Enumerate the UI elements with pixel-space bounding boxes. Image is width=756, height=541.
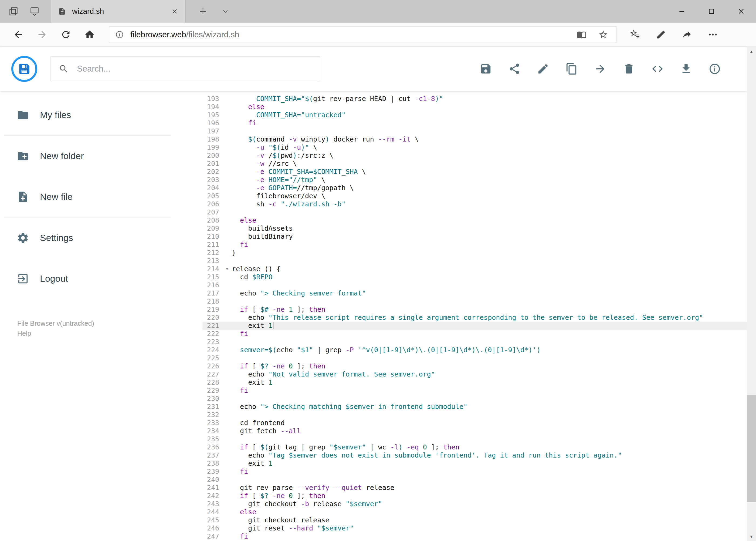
home-icon[interactable]: [84, 29, 95, 40]
code-line[interactable]: 217 echo "> Checking semver format": [202, 289, 747, 297]
code-line[interactable]: 216: [202, 281, 747, 289]
code-line[interactable]: 234 git fetch --all: [202, 427, 747, 435]
code-line[interactable]: 208 else: [202, 216, 747, 225]
code-line[interactable]: 201 -w //src \: [202, 160, 747, 168]
sidebar-item-logout[interactable]: Logout: [0, 258, 175, 299]
code-line[interactable]: 207: [202, 208, 747, 216]
code-line[interactable]: 215 cd $REPO: [202, 273, 747, 281]
minimize-button[interactable]: [667, 0, 697, 23]
info-button[interactable]: [708, 63, 721, 75]
code-line[interactable]: 209 buildAssets: [202, 225, 747, 233]
code-line[interactable]: 194 else: [202, 103, 747, 111]
vertical-scrollbar[interactable]: ▲ ▼: [747, 47, 756, 541]
url-text[interactable]: filebrowser.web/files/wizard.sh: [130, 30, 570, 39]
code-line[interactable]: 229 fi: [202, 386, 747, 395]
code-line[interactable]: 241 git rev-parse --verify --quiet relea…: [202, 484, 747, 492]
favorite-star-icon[interactable]: [599, 30, 608, 39]
code-line[interactable]: 195 COMMIT_SHA="untracked": [202, 111, 747, 119]
code-line[interactable]: 237 echo "Tag $semver does not exist in …: [202, 451, 747, 459]
scroll-up-icon[interactable]: ▲: [747, 47, 756, 56]
code-line[interactable]: 240: [202, 476, 747, 484]
close-button[interactable]: [726, 0, 756, 23]
code-line[interactable]: 204 -e GOPATH=//tmp/gopath \: [202, 184, 747, 192]
code-line[interactable]: 228 exit 1: [202, 378, 747, 386]
copy-button[interactable]: [566, 63, 578, 75]
search-input[interactable]: [77, 64, 312, 74]
code-line[interactable]: 214▾release () {: [202, 265, 747, 273]
code-line[interactable]: 220 echo "This release script requires a…: [202, 313, 747, 322]
filebrowser-logo[interactable]: [11, 56, 37, 82]
code-line[interactable]: 193 COMMIT_SHA="$(git rev-parse HEAD | c…: [202, 95, 747, 103]
save-button[interactable]: [480, 63, 492, 75]
sidebar-item-new-folder[interactable]: New folder: [0, 136, 175, 176]
code-line[interactable]: 211 fi: [202, 241, 747, 249]
code-line[interactable]: 236 if [ $(git tag | grep "$semver" | wc…: [202, 443, 747, 451]
code-line[interactable]: 243 git checkout -b release "$semver": [202, 500, 747, 508]
help-link[interactable]: Help: [17, 328, 175, 338]
new-tab-button[interactable]: [199, 7, 207, 16]
code-line[interactable]: 196 fi: [202, 119, 747, 127]
tabs-aside-icon[interactable]: [9, 6, 18, 16]
url-field[interactable]: filebrowser.web/files/wizard.sh: [109, 26, 617, 43]
code-line[interactable]: 212}: [202, 249, 747, 257]
reading-view-icon[interactable]: [577, 30, 587, 39]
web-note-icon[interactable]: [656, 29, 666, 40]
code-line[interactable]: 218: [202, 297, 747, 305]
code-area[interactable]: 193 COMMIT_SHA="$(git rev-parse HEAD | c…: [202, 91, 747, 540]
scrollbar-thumb[interactable]: [747, 395, 756, 502]
code-line[interactable]: 222 fi: [202, 330, 747, 338]
site-info-icon[interactable]: [115, 30, 124, 39]
hub-icon[interactable]: [630, 29, 640, 40]
forward-icon[interactable]: [37, 29, 48, 40]
code-line[interactable]: 225: [202, 354, 747, 362]
code-line[interactable]: 232: [202, 411, 747, 419]
maximize-button[interactable]: [697, 0, 726, 23]
code-line[interactable]: 198 $(command -v winpty) docker run --rm…: [202, 135, 747, 144]
code-line[interactable]: 203 -e HOME="//tmp" \: [202, 176, 747, 184]
refresh-icon[interactable]: [61, 29, 71, 40]
code-line[interactable]: 242 if [ $? -ne 0 ]; then: [202, 492, 747, 500]
code-line[interactable]: 235: [202, 435, 747, 443]
sidebar-item-settings[interactable]: Settings: [0, 218, 175, 258]
code-line[interactable]: 213: [202, 257, 747, 265]
more-icon[interactable]: [708, 29, 718, 40]
tab-list-chevron-icon[interactable]: [221, 7, 229, 15]
browser-tab[interactable]: wizard.sh: [51, 0, 186, 23]
rename-button[interactable]: [537, 63, 549, 75]
tab-close-icon[interactable]: [171, 8, 178, 15]
code-line[interactable]: 227 echo "Not valid semver format. See s…: [202, 370, 747, 378]
scroll-down-icon[interactable]: ▼: [747, 532, 756, 541]
back-icon[interactable]: [13, 29, 24, 40]
sidebar-item-new-file[interactable]: New file: [0, 176, 175, 217]
code-line[interactable]: 223: [202, 338, 747, 346]
tab-preview-icon[interactable]: [30, 6, 39, 16]
code-line[interactable]: 197: [202, 127, 747, 135]
code-line[interactable]: 246 git reset --hard "$semver": [202, 524, 747, 532]
code-line[interactable]: 200 -v /$(pwd):/src:z \: [202, 152, 747, 160]
code-line[interactable]: 230: [202, 395, 747, 403]
code-line[interactable]: 224 semver=$(echo "$1" | grep -P '^v(0|[…: [202, 346, 747, 354]
code-line[interactable]: 210 buildBinary: [202, 233, 747, 241]
code-editor[interactable]: 193 COMMIT_SHA="$(git rev-parse HEAD | c…: [175, 91, 747, 541]
code-line[interactable]: 247 fi: [202, 532, 747, 540]
code-line[interactable]: 226 if [ $? -ne 0 ]; then: [202, 362, 747, 370]
code-line[interactable]: 199 -u "$(id -u)" \: [202, 144, 747, 152]
fold-marker-icon[interactable]: ▾: [226, 266, 228, 272]
source-view-button[interactable]: [651, 63, 664, 75]
code-line[interactable]: 238 exit 1: [202, 459, 747, 467]
sidebar-item-my-files[interactable]: My files: [0, 95, 175, 135]
code-line[interactable]: 244 else: [202, 508, 747, 516]
code-line[interactable]: 219 if [ $# -ne 1 ]; then: [202, 305, 747, 313]
code-line[interactable]: 206 sh -c "./wizard.sh -b": [202, 200, 747, 208]
delete-button[interactable]: [623, 63, 635, 75]
code-line[interactable]: 231 echo "> Checking matching $semver in…: [202, 403, 747, 411]
share-icon[interactable]: [682, 29, 692, 40]
code-line[interactable]: 202 -e COMMIT_SHA=$COMMIT_SHA \: [202, 168, 747, 176]
code-line[interactable]: 245 git checkout release: [202, 516, 747, 524]
share-button[interactable]: [508, 63, 521, 75]
download-button[interactable]: [680, 63, 692, 75]
active-code-line[interactable]: 221 exit 1: [202, 322, 747, 330]
code-line[interactable]: 239 fi: [202, 467, 747, 476]
code-line[interactable]: 205 filebrowser/dev \: [202, 192, 747, 200]
code-line[interactable]: 233 cd frontend: [202, 419, 747, 427]
